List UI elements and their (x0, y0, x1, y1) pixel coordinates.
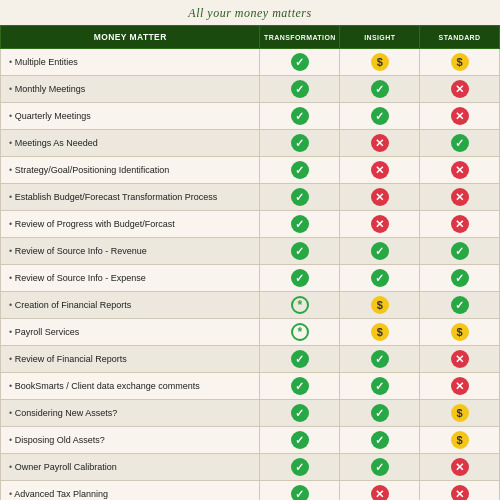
dollar-icon: $ (371, 53, 389, 71)
table-row: Owner Payroll Calibration ✓ ✓ ✕ (1, 454, 500, 481)
row-label: Multiple Entities (1, 49, 260, 76)
row-label: Quarterly Meetings (1, 103, 260, 130)
check-icon: ✓ (371, 404, 389, 422)
table-row: Payroll Services * $ $ (1, 319, 500, 346)
standard-cell: ✕ (420, 157, 500, 184)
insight-cell: ✓ (340, 238, 420, 265)
insight-cell: $ (340, 292, 420, 319)
asterisk-icon: * (291, 296, 309, 314)
check-icon: ✓ (291, 431, 309, 449)
dollar-icon: $ (371, 296, 389, 314)
table-row: Considering New Assets? ✓ ✓ $ (1, 400, 500, 427)
row-label: Disposing Old Assets? (1, 427, 260, 454)
check-icon: ✓ (291, 53, 309, 71)
insight-cell: ✓ (340, 265, 420, 292)
insight-cell: ✓ (340, 373, 420, 400)
check-icon: ✓ (291, 458, 309, 476)
standard-cell: ✕ (420, 454, 500, 481)
table-row: BookSmarts / Client data exchange commen… (1, 373, 500, 400)
x-icon: ✕ (451, 485, 469, 500)
check-icon: ✓ (371, 242, 389, 260)
header-standard: Standard (420, 26, 500, 49)
insight-cell: ✕ (340, 184, 420, 211)
insight-cell: ✓ (340, 454, 420, 481)
check-icon: ✓ (451, 269, 469, 287)
check-icon: ✓ (371, 80, 389, 98)
x-icon: ✕ (371, 215, 389, 233)
check-icon: ✓ (451, 242, 469, 260)
row-label: Meetings As Needed (1, 130, 260, 157)
transform-cell: ✓ (260, 76, 340, 103)
insight-cell: ✓ (340, 427, 420, 454)
transform-cell: ✓ (260, 157, 340, 184)
x-icon: ✕ (371, 134, 389, 152)
table-row: Establish Budget/Forecast Transformation… (1, 184, 500, 211)
check-icon: ✓ (291, 134, 309, 152)
transform-cell: ✓ (260, 346, 340, 373)
x-icon: ✕ (371, 485, 389, 500)
transform-cell: ✓ (260, 238, 340, 265)
transform-cell: ✓ (260, 265, 340, 292)
x-icon: ✕ (451, 350, 469, 368)
check-icon: ✓ (371, 107, 389, 125)
insight-cell: ✓ (340, 400, 420, 427)
table-row: Review of Source Info - Revenue ✓ ✓ ✓ (1, 238, 500, 265)
transform-cell: ✓ (260, 373, 340, 400)
standard-cell: ✕ (420, 76, 500, 103)
x-icon: ✕ (451, 215, 469, 233)
row-label: Establish Budget/Forecast Transformation… (1, 184, 260, 211)
standard-cell: ✕ (420, 103, 500, 130)
standard-cell: ✕ (420, 346, 500, 373)
table-row: Review of Source Info - Expense ✓ ✓ ✓ (1, 265, 500, 292)
x-icon: ✕ (451, 107, 469, 125)
insight-cell: $ (340, 319, 420, 346)
table-row: Creation of Financial Reports * $ ✓ (1, 292, 500, 319)
x-icon: ✕ (451, 377, 469, 395)
check-icon: ✓ (291, 215, 309, 233)
row-label: Monthly Meetings (1, 76, 260, 103)
row-label: Review of Progress with Budget/Forcast (1, 211, 260, 238)
transform-cell: * (260, 319, 340, 346)
standard-cell: ✓ (420, 265, 500, 292)
standard-cell: ✕ (420, 481, 500, 501)
table-row: Advanced Tax Planning ✓ ✕ ✕ (1, 481, 500, 501)
check-icon: ✓ (371, 377, 389, 395)
header-transformation: Transformation (260, 26, 340, 49)
table-row: Review of Progress with Budget/Forcast ✓… (1, 211, 500, 238)
dollar-icon: $ (451, 53, 469, 71)
standard-cell: $ (420, 49, 500, 76)
x-icon: ✕ (451, 458, 469, 476)
insight-cell: ✕ (340, 211, 420, 238)
check-icon: ✓ (291, 485, 309, 500)
row-label: Strategy/Goal/Positioning Identification (1, 157, 260, 184)
standard-cell: $ (420, 427, 500, 454)
transform-cell: ✓ (260, 427, 340, 454)
row-label: Creation of Financial Reports (1, 292, 260, 319)
standard-cell: ✓ (420, 238, 500, 265)
check-icon: ✓ (371, 350, 389, 368)
check-icon: ✓ (291, 242, 309, 260)
row-label: Considering New Assets? (1, 400, 260, 427)
insight-cell: ✕ (340, 157, 420, 184)
dollar-icon: $ (451, 323, 469, 341)
row-label: Review of Source Info - Revenue (1, 238, 260, 265)
insight-cell: ✕ (340, 481, 420, 501)
table-row: Multiple Entities ✓ $ $ (1, 49, 500, 76)
row-label: Payroll Services (1, 319, 260, 346)
check-icon: ✓ (291, 404, 309, 422)
check-icon: ✓ (291, 188, 309, 206)
standard-cell: $ (420, 319, 500, 346)
row-label: Review of Source Info - Expense (1, 265, 260, 292)
insight-cell: ✕ (340, 130, 420, 157)
standard-cell: ✕ (420, 184, 500, 211)
table-row: Meetings As Needed ✓ ✕ ✓ (1, 130, 500, 157)
insight-cell: ✓ (340, 103, 420, 130)
row-label: Owner Payroll Calibration (1, 454, 260, 481)
row-label: Advanced Tax Planning (1, 481, 260, 501)
comparison-table: Money Matter Transformation Insight Stan… (0, 25, 500, 500)
comparison-table-wrapper: Money Matter Transformation Insight Stan… (0, 25, 500, 500)
asterisk-icon: * (291, 323, 309, 341)
transform-cell: ✓ (260, 454, 340, 481)
insight-cell: ✓ (340, 76, 420, 103)
standard-cell: ✕ (420, 211, 500, 238)
